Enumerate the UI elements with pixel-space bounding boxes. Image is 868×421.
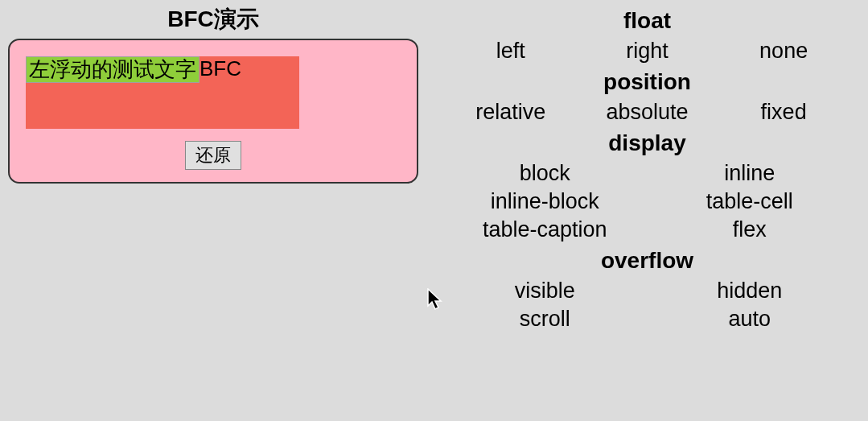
float-left-box: 左浮动的测试文字 xyxy=(26,56,200,83)
page-title: BFC演示 xyxy=(8,4,418,35)
group-title-overflow: overflow xyxy=(442,248,852,274)
option-overflow-auto[interactable]: auto xyxy=(652,305,848,333)
options-row-display: blockinlineinline-blocktable-celltable-c… xyxy=(442,159,852,244)
option-display-block[interactable]: block xyxy=(446,159,643,188)
option-float-none[interactable]: none xyxy=(718,37,849,65)
option-display-table-caption[interactable]: table-caption xyxy=(446,216,643,244)
option-float-left[interactable]: left xyxy=(445,37,576,65)
option-overflow-hidden[interactable]: hidden xyxy=(652,277,848,305)
option-position-fixed[interactable]: fixed xyxy=(718,98,849,126)
group-title-position: position xyxy=(442,69,852,95)
demo-content: 左浮动的测试文字 BFC xyxy=(26,56,401,137)
option-display-inline[interactable]: inline xyxy=(652,159,848,188)
option-position-relative[interactable]: relative xyxy=(445,98,576,126)
options-panel: floatleftrightnonepositionrelativeabsolu… xyxy=(426,0,868,421)
group-title-display: display xyxy=(442,130,852,156)
option-position-absolute[interactable]: absolute xyxy=(582,98,713,126)
reset-button[interactable]: 还原 xyxy=(185,141,241,170)
option-display-table-cell[interactable]: table-cell xyxy=(652,188,848,216)
demo-box: 左浮动的测试文字 BFC 还原 xyxy=(8,39,418,184)
option-float-right[interactable]: right xyxy=(582,37,713,65)
bfc-text: BFC xyxy=(200,56,241,80)
options-row-position: relativeabsolutefixed xyxy=(442,98,852,126)
demo-panel: BFC演示 左浮动的测试文字 BFC 还原 xyxy=(0,0,426,421)
option-overflow-scroll[interactable]: scroll xyxy=(446,305,643,333)
option-display-inline-block[interactable]: inline-block xyxy=(446,188,643,216)
options-row-float: leftrightnone xyxy=(442,37,852,65)
option-display-flex[interactable]: flex xyxy=(652,216,848,244)
options-row-overflow: visiblehiddenscrollauto xyxy=(442,277,852,333)
option-overflow-visible[interactable]: visible xyxy=(446,277,643,305)
group-title-float: float xyxy=(442,8,852,34)
reset-row: 还原 xyxy=(26,141,401,170)
